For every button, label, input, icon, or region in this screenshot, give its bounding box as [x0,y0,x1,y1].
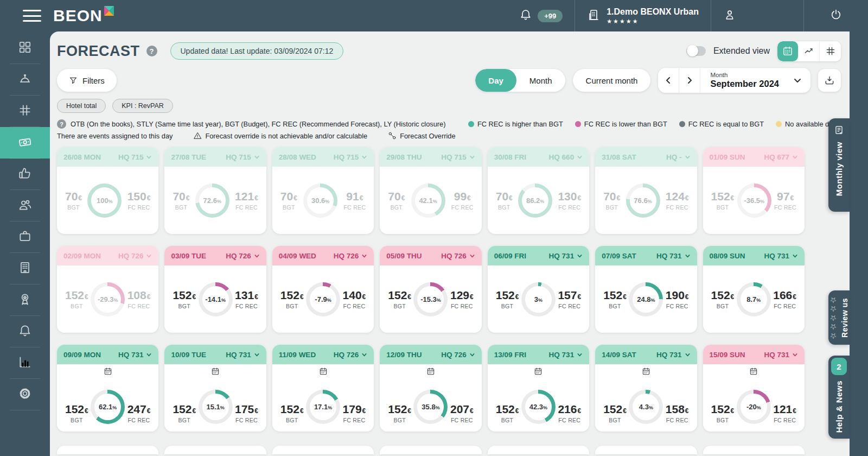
card-hq-dropdown[interactable]: HQ 715 [118,153,152,161]
notifications-section[interactable]: +99 [507,0,575,31]
download-button[interactable] [818,69,841,92]
legend-dot-icon [776,121,782,127]
month-tab[interactable]: Month [516,69,565,92]
sidebar-item-settings[interactable] [0,379,50,410]
prev-month-button[interactable] [658,68,679,93]
card-hq-dropdown[interactable]: HQ 731 [549,351,583,359]
card-hq-dropdown[interactable]: HQ 660 [549,153,583,161]
card-hq-dropdown[interactable]: HQ 726 [118,252,152,260]
card-hq-dropdown[interactable]: HQ 726 [441,252,475,260]
sidebar-item-property[interactable] [0,253,50,284]
chevron-down-icon [577,253,583,259]
day-card: 28/08 WED HQ 715 70€ BGT 30.6% 91€ FC RE… [272,147,374,234]
beonx-logo[interactable]: BEON [53,8,114,24]
day-card-header: 05/09 THU HQ 726 [380,246,481,265]
chevron-down-icon [792,352,798,358]
card-hq-dropdown[interactable]: HQ 726 [334,351,368,359]
sidebar-item-customers[interactable] [0,190,50,221]
filters-button[interactable]: Filters [57,69,117,92]
users-icon [18,198,32,214]
download-icon [824,75,835,86]
hotel-building-icon [587,8,600,23]
legend-help-icon[interactable]: ? [57,119,66,129]
partial-day-card [272,446,374,454]
legend-dot-item: FC REC is equal to BGT [679,120,764,128]
next-month-button[interactable] [679,68,700,93]
fcrec-metric: 247€ FC REC [127,402,151,424]
user-menu[interactable] [711,0,803,31]
hotel-star-rating: ★★★★★ [607,18,699,25]
calendar-view-button[interactable] [777,41,799,61]
grid-view-button[interactable] [820,41,841,61]
hamburger-menu-icon[interactable] [23,10,41,22]
bgt-metric: 152€ BGT [496,402,519,424]
day-card: 11/09 WED HQ 726 152€ BGT 17.1% 179€ FC … [272,345,374,432]
help-icon[interactable]: ? [146,46,157,56]
chart-view-button[interactable] [799,41,820,61]
legend-dot-icon [468,121,474,127]
card-hq-dropdown[interactable]: HQ 731 [549,252,583,260]
bell-icon [519,8,532,23]
fcrec-metric: 121€ FC REC [773,402,796,424]
card-hq-dropdown[interactable]: HQ 677 [764,153,798,161]
day-card-header: 10/09 TUE HQ 731 [164,345,266,364]
sidebar-item-alerts[interactable] [0,316,50,347]
card-hq-dropdown[interactable]: HQ 731 [656,252,691,260]
card-hq-dropdown[interactable]: HQ 715 [334,153,368,161]
sidebar-item-analytics[interactable] [0,347,50,379]
card-hq-dropdown[interactable]: HQ - [666,153,691,161]
day-card: 12/09 THU HQ 726 152€ BGT 35.8% 207€ FC … [380,345,481,432]
day-card-header: 01/09 SUN HQ 677 [703,147,805,167]
card-hq-dropdown[interactable]: HQ 731 [764,252,798,260]
day-card-header: 07/09 SAT HQ 731 [595,246,697,265]
sidebar-item-reception[interactable] [0,64,50,96]
notifications-count-badge[interactable]: +99 [538,10,563,22]
day-card: 09/09 MON HQ 731 152€ BGT 62.1% 247€ FC … [57,345,158,432]
hotel-selector[interactable]: 1.Demo BEONX Urban ★★★★★ [575,0,711,31]
day-card-header: 04/09 WED HQ 726 [272,246,374,265]
sidebar-item-revenue[interactable] [0,127,50,159]
logout-button[interactable] [804,0,868,31]
chip-kpi-revpar[interactable]: KPI : RevPAR [112,99,173,113]
bgt-metric: 70€ BGT [603,189,620,211]
card-hq-dropdown[interactable]: HQ 715 [226,153,260,161]
sidebar-item-dashboard[interactable] [0,33,50,64]
extended-view-toggle[interactable] [686,46,706,56]
month-dropdown[interactable]: Month September 2024 [700,68,810,93]
card-hq-dropdown[interactable]: HQ 726 [226,252,260,260]
review-us-tab[interactable]: ☆☆☆☆☆ Review us [828,290,850,345]
help-news-tab[interactable]: 2 Help & News [828,356,850,439]
card-hq-dropdown[interactable]: HQ 715 [441,153,475,161]
bgt-metric: 152€ BGT [603,402,627,424]
grid-icon [825,46,836,56]
card-date: 09/09 MON [63,351,101,359]
day-tab[interactable]: Day [475,69,516,92]
card-hq-dropdown[interactable]: HQ 731 [118,351,152,359]
sidebar-item-business[interactable] [0,221,50,253]
partial-day-card [380,446,481,454]
card-hq-dropdown[interactable]: HQ 731 [226,351,260,359]
sidebar-item-awards[interactable] [0,284,50,316]
monthly-view-tab[interactable]: Monthly view [828,118,850,212]
sidebar-item-grid[interactable] [0,96,50,127]
current-month-button[interactable]: Current month [573,69,651,92]
card-hq-dropdown[interactable]: HQ 726 [441,351,475,359]
bgt-metric: 152€ BGT [603,288,627,310]
card-hq-dropdown[interactable]: HQ 731 [764,351,798,359]
fcrec-metric: 140€ FC REC [343,288,366,310]
chevron-down-icon [146,352,152,358]
day-card: 07/09 SAT HQ 731 152€ BGT 24.8% 190€ FC … [595,246,697,333]
forecast-ring: -36.5% [737,183,771,218]
chevron-down-icon [577,154,583,160]
topbar: BEON +99 1.Demo BEONX Urban [0,0,868,31]
chip-hotel-total[interactable]: Hotel total [57,99,106,113]
card-hq-dropdown[interactable]: HQ 726 [334,252,368,260]
sidebar-item-recommendations[interactable] [0,159,50,190]
chevron-down-icon [254,154,260,160]
event-calendar-icon [749,367,758,378]
page-title: FORECAST [57,43,140,60]
forecast-ring: 42.3% [521,390,556,424]
fcrec-metric: 157€ FC REC [558,288,581,310]
dashboard-icon [18,40,32,56]
card-hq-dropdown[interactable]: HQ 731 [656,351,691,359]
